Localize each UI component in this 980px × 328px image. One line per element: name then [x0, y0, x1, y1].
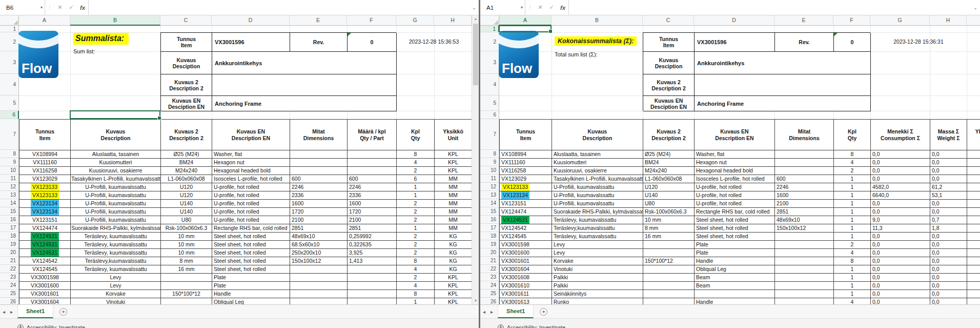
- cell[interactable]: Isosceles L-profile, hot rolled: [695, 175, 775, 183]
- cell[interactable]: 4582,0: [871, 183, 930, 191]
- cell[interactable]: VX123151: [500, 200, 552, 208]
- cell[interactable]: [348, 282, 397, 290]
- scroll-thumb[interactable]: [473, 24, 478, 85]
- cell[interactable]: Steel sheet, hot rolled: [212, 249, 290, 257]
- cell[interactable]: 9,0: [871, 216, 930, 224]
- table-header-cell[interactable]: Mitat Dimensions: [290, 120, 348, 150]
- row-header-16[interactable]: 16: [0, 216, 19, 224]
- cell[interactable]: M24x240: [643, 167, 695, 175]
- cell[interactable]: VX123133: [500, 183, 552, 191]
- cell-rev-value[interactable]: 0: [834, 33, 871, 52]
- row-header-11[interactable]: 11: [0, 175, 19, 183]
- cell[interactable]: BM24: [161, 159, 212, 167]
- cell[interactable]: 2100: [348, 216, 397, 224]
- cell[interactable]: 8: [397, 150, 435, 159]
- cell[interactable]: VX124531: [19, 233, 71, 241]
- cell[interactable]: 4: [397, 265, 435, 274]
- cell-rev-label[interactable]: Rev.: [775, 33, 834, 52]
- cell[interactable]: Ø25 (M24): [161, 150, 212, 159]
- cell[interactable]: Teräslevy, kuumavalssattu: [552, 216, 643, 224]
- cell[interactable]: VX124545: [19, 265, 71, 274]
- row-header-22[interactable]: 22: [0, 265, 19, 273]
- cell[interactable]: 6640,0: [871, 191, 930, 200]
- cell[interactable]: 0,0: [930, 175, 967, 183]
- table-header-cell[interactable]: Mitat Dimensions: [775, 120, 834, 150]
- cell[interactable]: [290, 274, 348, 282]
- cell-desc-en-value[interactable]: Anchoring Frame: [695, 96, 871, 111]
- cell[interactable]: [348, 159, 397, 167]
- cell[interactable]: 0,0: [871, 298, 930, 304]
- cell[interactable]: U120: [161, 183, 212, 191]
- cell[interactable]: VX123134: [500, 191, 552, 200]
- row-header-15[interactable]: 15: [480, 207, 499, 216]
- column-header-D[interactable]: D: [694, 15, 774, 26]
- cell[interactable]: [775, 159, 834, 167]
- row-header-24[interactable]: 24: [480, 281, 499, 290]
- cell[interactable]: U-Profiili, kuumavalssattu: [552, 200, 643, 208]
- table-header-cell[interactable]: Kuvaus 2 Description 2: [161, 120, 212, 150]
- sheet-tab-sheet1[interactable]: Sheet1: [498, 305, 534, 318]
- cell[interactable]: 2: [397, 241, 435, 249]
- cell[interactable]: Plate: [212, 274, 290, 282]
- cell[interactable]: 1600: [348, 200, 397, 208]
- cell[interactable]: 0,0: [930, 167, 967, 175]
- cell[interactable]: Obliqual Leg: [212, 298, 290, 304]
- row-header-25[interactable]: 25: [480, 290, 499, 298]
- sheet-tab-sheet1[interactable]: Sheet1: [17, 305, 53, 318]
- cell[interactable]: 0,0: [871, 249, 930, 257]
- cell[interactable]: VX3001611: [500, 290, 552, 298]
- cell[interactable]: Teräslevy,kuumavalssattu: [552, 224, 643, 233]
- cell-rev-label[interactable]: Rev.: [290, 33, 348, 52]
- row-header-16[interactable]: 16: [480, 216, 499, 224]
- cell[interactable]: 16 mm: [643, 233, 695, 241]
- cell[interactable]: Handle: [212, 290, 290, 298]
- cell[interactable]: 2: [397, 167, 435, 175]
- cell[interactable]: 0,0: [930, 290, 967, 298]
- cell[interactable]: 0,0: [930, 257, 967, 265]
- cell[interactable]: 150*100*12: [643, 257, 695, 265]
- cell[interactable]: 1600: [775, 191, 834, 200]
- cell[interactable]: [290, 282, 348, 290]
- table-header-cell[interactable]: Kuvaus Description: [552, 120, 643, 150]
- cell[interactable]: VX3001598: [19, 274, 71, 282]
- cell[interactable]: 0,0: [871, 200, 930, 208]
- cell[interactable]: 150*100*12: [161, 290, 212, 298]
- cell[interactable]: KPL: [967, 159, 980, 167]
- cell[interactable]: 150x100x12: [290, 257, 348, 265]
- row-header-15[interactable]: 15: [0, 207, 19, 216]
- row-header-20[interactable]: 20: [0, 248, 19, 257]
- cell[interactable]: U-Profiili, kuumavalssattu: [71, 183, 161, 191]
- cell-desc-en-label[interactable]: Kuvaus EN Desciption EN: [643, 96, 695, 111]
- cell[interactable]: VX124531: [19, 249, 71, 257]
- cell[interactable]: [643, 274, 695, 282]
- name-box-dropdown-icon[interactable]: ▾: [521, 5, 523, 10]
- cell[interactable]: 2: [397, 208, 435, 216]
- cell-desc-value[interactable]: Ankkurointikehys: [212, 52, 397, 74]
- cell[interactable]: 2: [397, 216, 435, 224]
- cell[interactable]: 0,7: [930, 216, 967, 224]
- column-header-D[interactable]: D: [212, 15, 290, 26]
- cell[interactable]: VX3001601: [500, 257, 552, 265]
- cell[interactable]: L1-060x060x08: [161, 175, 212, 183]
- cell[interactable]: 1: [834, 290, 871, 298]
- cell[interactable]: Suorakaide RHS-Palkki, kylmävalssattu: [71, 224, 161, 233]
- row-header-3[interactable]: 3: [0, 51, 19, 74]
- cell[interactable]: [775, 167, 834, 175]
- cell[interactable]: VX3001601: [19, 290, 71, 298]
- cell[interactable]: KG: [967, 233, 980, 241]
- cell[interactable]: 1: [834, 282, 871, 290]
- new-sheet-button[interactable]: +: [59, 308, 67, 316]
- cell[interactable]: 0,0: [871, 233, 930, 241]
- cell[interactable]: 0,0: [930, 233, 967, 241]
- cell[interactable]: KPL: [967, 290, 980, 298]
- cell[interactable]: KPL: [435, 274, 472, 282]
- row-header-2[interactable]: 2: [0, 32, 19, 51]
- cell[interactable]: 8 mm: [161, 257, 212, 265]
- name-box[interactable]: A1 ▾: [480, 0, 525, 15]
- table-header-cell[interactable]: Kuvaus 2 Description 2: [643, 120, 695, 150]
- cell[interactable]: [775, 298, 834, 304]
- cell[interactable]: VX123133: [19, 191, 71, 200]
- cell[interactable]: 0,0: [871, 257, 930, 265]
- cell[interactable]: 11,3: [871, 224, 930, 233]
- cell[interactable]: 8 mm: [643, 224, 695, 233]
